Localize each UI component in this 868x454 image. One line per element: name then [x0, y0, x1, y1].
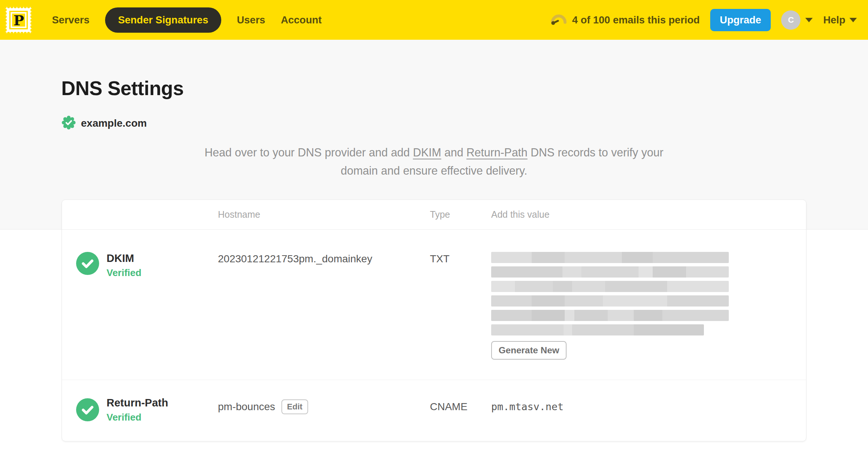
redacted-value-bar: [491, 266, 729, 278]
return-path-hostname-cell: pm-bounces Edit: [218, 399, 430, 414]
table-row-return-path: Return-Path Verified pm-bounces Edit CNA…: [62, 380, 806, 441]
help-menu[interactable]: Help: [823, 14, 857, 26]
dkim-link[interactable]: DKIM: [413, 146, 441, 159]
description-text: and: [441, 146, 467, 159]
return-path-hostname: pm-bounces: [218, 401, 275, 413]
status-badge: Verified: [107, 267, 141, 279]
verified-check-icon: [76, 398, 99, 421]
description-text: Head over to your DNS provider and add: [205, 146, 413, 159]
dns-records-card: Hostname Type Add this value DKIM Verifi…: [62, 200, 806, 441]
gauge-icon: [550, 13, 567, 27]
redacted-value-bar: [491, 295, 729, 307]
verified-seal-icon: [61, 115, 76, 132]
record-name: Return-Path: [107, 396, 168, 409]
nav-item-sender-signatures[interactable]: Sender Signatures: [105, 7, 221, 33]
dkim-value-cell: Generate New: [491, 252, 806, 360]
return-path-type: CNAME: [430, 401, 491, 413]
avatar[interactable]: C: [781, 10, 800, 30]
chevron-down-icon: [849, 18, 857, 22]
return-path-link[interactable]: Return-Path: [466, 146, 527, 159]
return-path-value: pm.mtasv.net: [491, 401, 564, 412]
top-navigation-bar: P Servers Sender Signatures Users Accoun…: [0, 0, 868, 40]
dns-instructions: Head over to your DNS provider and add D…: [196, 143, 672, 180]
redacted-value-bar: [491, 252, 729, 263]
usage-text: 4 of 100 emails this period: [572, 14, 700, 26]
status-badge: Verified: [107, 412, 168, 423]
table-header-row: Hostname Type Add this value: [62, 200, 806, 230]
verified-check-icon: [76, 252, 99, 275]
domain-name: example.com: [81, 117, 147, 129]
redacted-dkim-value: [491, 252, 785, 339]
table-row-dkim: DKIM Verified 20230121221753pm._domainke…: [62, 230, 806, 380]
column-header-type: Type: [430, 209, 491, 220]
usage-meter[interactable]: 4 of 100 emails this period: [550, 13, 700, 27]
help-label: Help: [823, 14, 845, 26]
dkim-hostname: 20230121221753pm._domainkey: [218, 252, 430, 360]
main-nav: Servers Sender Signatures Users Account: [52, 7, 322, 33]
dkim-type: TXT: [430, 252, 491, 360]
record-name: DKIM: [107, 252, 141, 265]
nav-item-users[interactable]: Users: [237, 14, 265, 26]
return-path-value-cell: pm.mtasv.net: [491, 401, 806, 412]
generate-new-button[interactable]: Generate New: [491, 341, 567, 360]
redacted-value-bar: [491, 310, 729, 321]
column-header-value: Add this value: [491, 209, 806, 220]
verified-domain: example.com: [61, 115, 807, 132]
topbar-right-group: 4 of 100 emails this period Upgrade C He…: [550, 9, 857, 31]
redacted-value-bar: [491, 324, 704, 335]
edit-button[interactable]: Edit: [281, 399, 308, 414]
redacted-value-bar: [491, 281, 729, 292]
return-path-status-cell: Return-Path Verified: [62, 396, 218, 423]
chevron-down-icon: [805, 18, 813, 22]
postmark-logo-icon[interactable]: P: [4, 5, 33, 35]
page-title: DNS Settings: [61, 77, 807, 100]
account-menu[interactable]: C: [781, 10, 813, 30]
column-header-hostname: Hostname: [218, 209, 430, 220]
dkim-status-cell: DKIM Verified: [62, 252, 218, 360]
nav-item-account[interactable]: Account: [281, 14, 322, 26]
svg-text:P: P: [13, 12, 24, 28]
upgrade-button[interactable]: Upgrade: [710, 9, 771, 31]
nav-item-servers[interactable]: Servers: [52, 14, 89, 26]
